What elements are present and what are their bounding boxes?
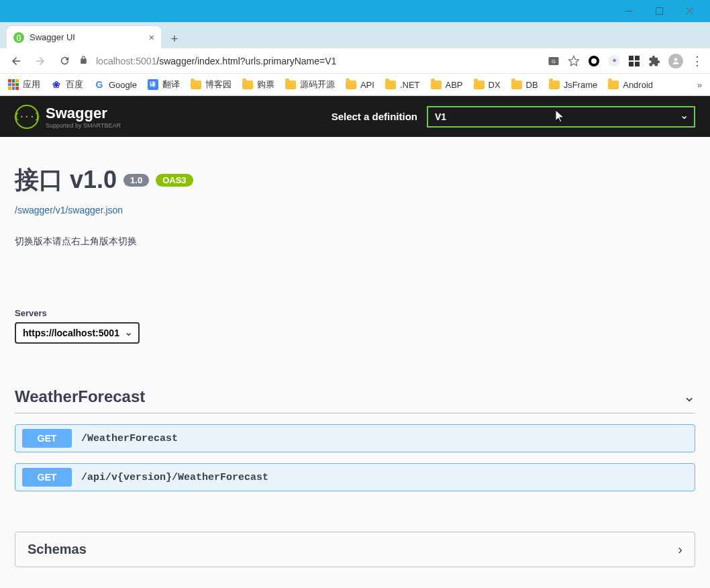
window-close-button[interactable] [674, 2, 705, 21]
chevron-right-icon: › [678, 542, 682, 557]
baidu-icon: ❀ [51, 79, 62, 90]
address-bar: localhost:5001/swagger/index.html?urls.p… [0, 48, 710, 74]
bookmark-folder-dotnet[interactable]: .NET [385, 80, 420, 90]
bookmark-label: JsFrame [564, 80, 598, 90]
svg-point-10 [674, 58, 678, 61]
url-port: 5001 [136, 56, 156, 66]
translate-icon: 译 [148, 79, 158, 90]
api-title: 接口 v1.0 1.0 OAS3 [15, 164, 193, 197]
http-method-badge: GET [22, 468, 72, 487]
translate-ext-icon[interactable]: G [548, 55, 560, 67]
profile-avatar-icon[interactable] [668, 54, 683, 68]
browser-menu-icon[interactable]: ⋮ [691, 55, 703, 67]
bookmark-folder-blog[interactable]: 博客园 [191, 79, 232, 91]
tag-section: WeatherForecast ⌄ GET /WeatherForecast G… [15, 387, 695, 491]
bookmark-label: 博客园 [205, 79, 232, 91]
grid-ext-icon[interactable] [628, 55, 640, 67]
swagger-logo-icon: {···} [15, 105, 39, 129]
browser-tab[interactable]: {} Swagger UI × [7, 26, 161, 48]
svg-text:G: G [552, 58, 556, 64]
swagger-ui-container: {···} Swagger Supported by SMARTBEAR Sel… [0, 96, 710, 588]
url-field[interactable]: localhost:5001/swagger/index.html?urls.p… [79, 56, 542, 66]
bookmark-apps[interactable]: 应用 [8, 79, 40, 91]
chevron-down-icon: ⌄ [683, 388, 695, 405]
bookmark-folder-dx[interactable]: DX [474, 80, 501, 90]
bird-ext-icon[interactable]: ✦ [608, 55, 620, 67]
url-host: localhost: [96, 56, 136, 66]
bookmark-translate[interactable]: 译翻译 [148, 79, 180, 91]
nav-forward-button[interactable] [31, 52, 50, 70]
operation-path: /api/v{version}/WeatherForecast [81, 472, 268, 483]
tag-header[interactable]: WeatherForecast ⌄ [15, 387, 695, 413]
tab-close-icon[interactable]: × [149, 32, 154, 43]
folder-icon [385, 81, 396, 89]
schemas-section[interactable]: Schemas › [15, 532, 695, 567]
servers-section: Servers https://localhost:5001 [15, 308, 695, 344]
swagger-favicon-icon: {} [13, 32, 24, 43]
tag-name: WeatherForecast [15, 387, 145, 406]
bookmark-label: Google [109, 80, 137, 90]
new-tab-button[interactable]: + [165, 30, 184, 48]
url-path: /swagger/index.html?urls.primaryName=V1 [156, 56, 336, 66]
operation-row[interactable]: GET /WeatherForecast [15, 424, 695, 452]
server-select[interactable]: https://localhost:5001 [15, 322, 140, 344]
folder-icon [242, 81, 253, 89]
circle-ext-icon[interactable] [588, 55, 600, 67]
bookmark-baidu[interactable]: ❀百度 [51, 79, 83, 91]
bookmarks-overflow-icon[interactable]: » [697, 80, 702, 90]
svg-rect-6 [629, 56, 633, 60]
bookmark-label: Android [623, 80, 653, 90]
bookmark-label: 购票 [257, 79, 274, 91]
svg-rect-8 [629, 62, 633, 66]
bookmark-folder-api[interactable]: API [346, 80, 374, 90]
bookmark-folder-tickets[interactable]: 购票 [242, 79, 274, 91]
definition-label: Select a definition [332, 111, 417, 122]
bookmark-label: .NET [400, 80, 420, 90]
bookmark-star-icon[interactable] [568, 55, 580, 67]
svg-rect-7 [635, 56, 640, 60]
schemas-title: Schemas [28, 542, 87, 557]
oas-badge: OAS3 [156, 174, 193, 187]
bookmark-folder-opensource[interactable]: 源码开源 [285, 79, 335, 91]
bookmark-label: 百度 [66, 79, 83, 91]
bookmark-label: DB [526, 80, 538, 90]
extension-icons: G ✦ ⋮ [548, 54, 703, 68]
bookmark-label: API [360, 80, 374, 90]
swagger-logo-subtitle: Supported by SMARTBEAR [46, 122, 121, 129]
bookmark-label: ABP [446, 80, 463, 90]
operation-path: /WeatherForecast [81, 433, 178, 444]
bookmark-label: 应用 [23, 79, 40, 91]
svg-rect-1 [656, 8, 663, 15]
bookmark-label: 翻译 [162, 79, 180, 91]
folder-icon [608, 81, 619, 89]
google-icon: G [94, 79, 105, 90]
bookmarks-bar: 应用 ❀百度 GGoogle 译翻译 博客园 购票 源码开源 API .NET … [0, 74, 710, 96]
folder-icon [474, 81, 485, 89]
version-badge: 1.0 [123, 174, 149, 187]
nav-reload-button[interactable] [55, 52, 74, 70]
bookmark-folder-android[interactable]: Android [608, 80, 653, 90]
api-description: 切换版本请点右上角版本切换 [15, 236, 695, 248]
bookmark-google[interactable]: GGoogle [94, 79, 137, 90]
folder-icon [346, 81, 356, 89]
bookmark-folder-abp[interactable]: ABP [431, 80, 463, 90]
http-method-badge: GET [22, 429, 72, 448]
spec-link[interactable]: /swagger/v1/swagger.json [15, 205, 695, 215]
nav-back-button[interactable] [7, 52, 26, 70]
window-maximize-button[interactable] [644, 2, 674, 21]
folder-icon [431, 81, 442, 89]
bookmark-folder-db[interactable]: DB [511, 80, 538, 90]
swagger-topbar: {···} Swagger Supported by SMARTBEAR Sel… [0, 96, 710, 137]
window-minimize-button[interactable] [614, 2, 644, 21]
swagger-logo: {···} Swagger Supported by SMARTBEAR [15, 105, 121, 129]
tab-strip: {} Swagger UI × + [0, 22, 710, 48]
apps-grid-icon [8, 79, 19, 90]
folder-icon [511, 81, 522, 89]
extensions-puzzle-icon[interactable] [648, 55, 660, 67]
operation-row[interactable]: GET /api/v{version}/WeatherForecast [15, 463, 695, 491]
folder-icon [285, 81, 296, 89]
tab-title: Swagger UI [30, 32, 144, 42]
swagger-content: 接口 v1.0 1.0 OAS3 /swagger/v1/swagger.jso… [0, 137, 710, 588]
definition-select[interactable]: V1 [427, 106, 695, 128]
bookmark-folder-jsframe[interactable]: JsFrame [549, 80, 598, 90]
